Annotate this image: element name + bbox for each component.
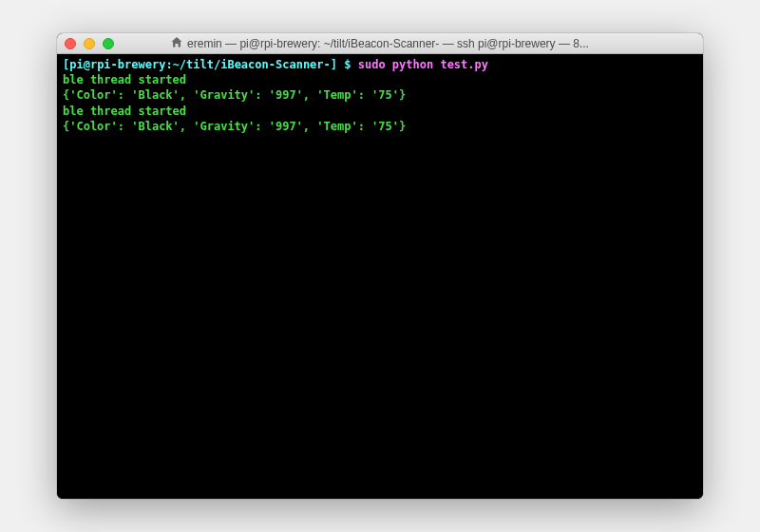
output-line: ble thread started — [63, 104, 697, 119]
prompt-dollar: $ — [337, 58, 358, 71]
title-wrap: eremin — pi@rpi-brewery: ~/tilt/iBeacon-… — [57, 37, 703, 50]
command-text: sudo python test.py — [358, 58, 488, 71]
prompt-path: ~/tilt/iBeacon-Scanner- — [173, 58, 331, 71]
titlebar[interactable]: eremin — pi@rpi-brewery: ~/tilt/iBeacon-… — [57, 33, 703, 54]
terminal-body[interactable]: [pi@rpi-brewery:~/tilt/iBeacon-Scanner-]… — [57, 54, 703, 499]
minimize-icon[interactable] — [84, 38, 95, 49]
traffic-lights — [65, 38, 114, 49]
output-line: ble thread started — [63, 72, 697, 87]
prompt-colon: : — [165, 58, 172, 71]
prompt-bracket-close: ] — [331, 58, 337, 71]
window-title: eremin — pi@rpi-brewery: ~/tilt/iBeacon-… — [187, 37, 589, 50]
output-line: {'Color': 'Black', 'Gravity': '997', 'Te… — [63, 87, 697, 103]
maximize-icon[interactable] — [103, 38, 114, 49]
close-icon[interactable] — [65, 38, 76, 49]
output-line: {'Color': 'Black', 'Gravity': '997', 'Te… — [63, 119, 697, 134]
prompt-user-host: pi@rpi-brewery — [69, 58, 165, 71]
home-icon — [171, 37, 182, 49]
terminal-window: eremin — pi@rpi-brewery: ~/tilt/iBeacon-… — [57, 33, 703, 499]
prompt-line: [pi@rpi-brewery:~/tilt/iBeacon-Scanner-]… — [63, 57, 697, 72]
